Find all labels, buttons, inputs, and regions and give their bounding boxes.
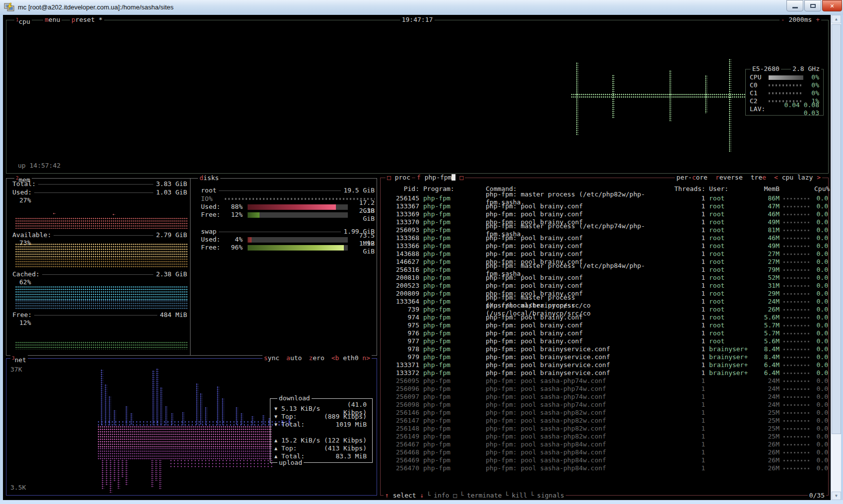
proc-col-Program[interactable]: Program:: [423, 185, 482, 193]
select-control[interactable]: ↑ select ↓: [385, 492, 424, 500]
cpu-usage-meter: [783, 301, 810, 303]
footer-action-info[interactable]: info □: [434, 492, 457, 500]
mem-entry-row: Free:484 MiB: [12, 311, 187, 319]
cpu-total-bar: [769, 75, 803, 80]
cpu-box-title: 1cpu: [14, 16, 32, 26]
process-row[interactable]: 256146 php-fpm php-fpm: pool sasha-php82…: [387, 409, 828, 417]
cpu-usage-meter: [783, 222, 810, 223]
net-toggle-auto[interactable]: auto: [286, 354, 302, 362]
cpu-usage-meter: [783, 246, 810, 247]
process-row[interactable]: 133367 php-fpm php-fpm: pool brainy.conf…: [387, 202, 828, 210]
cpu-usage-meter: [783, 317, 810, 318]
load-average-row: LAV: 0.04 0.08 0.03: [750, 105, 819, 113]
process-row[interactable]: 256145 php-fpm php-fpm: master process (…: [387, 194, 828, 202]
proc-toggle-reverse[interactable]: reverse: [715, 174, 743, 181]
process-row[interactable]: 133366 php-fpm php-fpm: pool brainy.conf…: [387, 242, 828, 250]
mem-entry-percent: 62%: [19, 278, 31, 286]
preset-button[interactable]: preset *: [70, 16, 104, 24]
cpu-usage-meter: [783, 309, 810, 311]
disk-free-row: Free:12% 2.38 GiB: [201, 211, 375, 219]
mem-entry-row: Available:2.79 GiB: [12, 231, 187, 239]
window-title: mc [root@a202.itdeveloper.com.ua]:/home/…: [18, 3, 174, 11]
footer-action-signals[interactable]: signals: [537, 492, 564, 500]
process-row[interactable]: 200810 php-fpm php-fpm: pool brainy.conf…: [387, 274, 828, 282]
scroll-down-button[interactable]: ▼: [832, 492, 841, 500]
cpu-usage-meter: [783, 357, 810, 358]
mem-cached-graph: [15, 286, 188, 300]
mem-free-graph: [15, 342, 188, 350]
proc-col-Cpu[interactable]: Cpu%: [814, 185, 828, 193]
filter-cursor: [452, 174, 455, 181]
proc-col-Threads[interactable]: Threads:: [674, 185, 705, 193]
terminal-screen: 1cpu menu preset * 19:47:17 - 2000ms + E…: [3, 15, 831, 500]
scroll-up-button[interactable]: ▲: [832, 15, 841, 23]
process-row[interactable]: 256098 php-fpm php-fpm: pool sasha-php74…: [387, 401, 828, 409]
footer-action-kill[interactable]: kill: [512, 492, 527, 500]
process-row[interactable]: 256147 php-fpm php-fpm: pool sasha-php82…: [387, 417, 828, 425]
process-row[interactable]: 739 php-fpm php-fpm: master process (/us…: [387, 306, 828, 314]
proc-filter[interactable]: f php-fpm □: [415, 174, 465, 182]
process-row[interactable]: 256470 php-fpm php-fpm: pool sasha-php84…: [387, 464, 828, 472]
process-row[interactable]: 256468 php-fpm php-fpm: pool sasha-php84…: [387, 448, 828, 456]
cpu-usage-meter: [783, 238, 810, 239]
net-interface-switch[interactable]: <b eth0 n>: [331, 354, 370, 362]
net-scale-top: 37K: [10, 366, 22, 374]
process-row[interactable]: 133372 php-fpm php-fpm: pool brainyservi…: [387, 369, 828, 377]
process-row[interactable]: 133368 php-fpm php-fpm: pool brainy.conf…: [387, 234, 828, 242]
process-row[interactable]: 256095 php-fpm php-fpm: pool sasha-php74…: [387, 377, 828, 385]
proc-toggle-tree[interactable]: tree: [751, 174, 766, 181]
net-box: 3net syncautozero<b eth0 n> 37K 3.5K dow…: [6, 358, 377, 496]
mem-used-graph: [113, 214, 115, 216]
process-row[interactable]: 975 php-fpm php-fpm: pool brainy.conf 1 …: [387, 321, 828, 329]
footer-action-terminate[interactable]: terminate: [467, 492, 502, 500]
proc-toggle-per-core[interactable]: per-core: [676, 174, 708, 181]
process-row[interactable]: 977 php-fpm php-fpm: pool brainy.conf 1 …: [387, 337, 828, 345]
mem-available-graph: [15, 258, 188, 268]
process-row[interactable]: 256316 php-fpm php-fpm: master process (…: [387, 266, 828, 274]
process-row[interactable]: 976 php-fpm php-fpm: pool brainy.conf 1 …: [387, 329, 828, 337]
proc-sort-selector[interactable]: < cpu lazy >: [774, 174, 821, 181]
proc-col-User[interactable]: User:: [709, 185, 752, 193]
scrollbar[interactable]: ▲ ▼: [831, 15, 842, 500]
process-row[interactable]: 256093 php-fpm php-fpm: master process (…: [387, 226, 828, 234]
net-toggle-zero[interactable]: zero: [309, 354, 324, 362]
cpu-usage-meter: [783, 269, 810, 271]
process-row[interactable]: 256097 php-fpm php-fpm: pool sasha-php74…: [387, 393, 828, 401]
upload-label: upload: [277, 459, 304, 467]
menu-button[interactable]: menu: [43, 16, 62, 24]
cpu-core-row: C1 0%: [750, 89, 819, 97]
cpu-usage-meter: [783, 396, 810, 398]
close-button[interactable]: ✕: [822, 0, 842, 11]
process-row[interactable]: 256096 php-fpm php-fpm: pool sasha-php74…: [387, 385, 828, 393]
window-border-bottom: [0, 500, 843, 504]
scrollbar-thumb[interactable]: [832, 24, 841, 434]
process-row[interactable]: 979 php-fpm php-fpm: pool brainyservice.…: [387, 353, 828, 361]
update-interval[interactable]: - 2000ms +: [779, 16, 821, 24]
mem-box: 2mem Total:3.83 GiB Used:1.03 GiB27% Ava…: [6, 178, 377, 356]
cpu-usage-meter: [783, 293, 810, 295]
cpu-core-box: E5-2680 2.8 GHz CPU 0% C0 0% C1 0% C2 1%…: [745, 69, 824, 116]
proc-col-MemB[interactable]: MemB: [756, 185, 779, 193]
process-row[interactable]: 256467 php-fpm php-fpm: pool sasha-php84…: [387, 441, 828, 448]
process-row[interactable]: 256148 php-fpm php-fpm: pool sasha-php82…: [387, 425, 828, 433]
proc-box-title: □ proc: [386, 174, 412, 182]
maximize-button[interactable]: [804, 0, 821, 11]
minimize-button[interactable]: [786, 0, 803, 11]
process-row[interactable]: 200523 php-fpm php-fpm: pool brainy.conf…: [387, 282, 828, 290]
process-row[interactable]: 133371 php-fpm php-fpm: pool brainyservi…: [387, 361, 828, 369]
process-row[interactable]: 256149 php-fpm php-fpm: pool sasha-php82…: [387, 433, 828, 441]
cpu-usage-meter: [783, 349, 810, 350]
process-row[interactable]: 143688 php-fpm php-fpm: pool brainy.conf…: [387, 250, 828, 258]
process-row[interactable]: 133369 php-fpm php-fpm: pool brainy.conf…: [387, 210, 828, 218]
net-toggle-sync[interactable]: sync: [264, 354, 279, 362]
proc-box: □ proc f php-fpm □ per-corereversetree< …: [380, 178, 829, 496]
titlebar[interactable]: mc [root@a202.itdeveloper.com.ua]:/home/…: [0, 0, 843, 15]
cpu-core-row: CPU 0%: [750, 73, 819, 81]
process-row[interactable]: 256469 php-fpm php-fpm: pool sasha-php84…: [387, 456, 828, 464]
process-row[interactable]: 974 php-fpm php-fpm: pool brainy.conf 1 …: [387, 314, 828, 321]
cpu-usage-meter: [783, 261, 810, 263]
proc-toggles: per-corereversetree< cpu lazy >: [675, 174, 822, 182]
process-row[interactable]: 978 php-fpm php-fpm: pool brainyservice.…: [387, 345, 828, 353]
proc-footer: ↑ select ↓└ info □└ terminate└ kill└ sig…: [384, 492, 566, 500]
proc-col-Pid[interactable]: Pid:: [387, 185, 419, 193]
